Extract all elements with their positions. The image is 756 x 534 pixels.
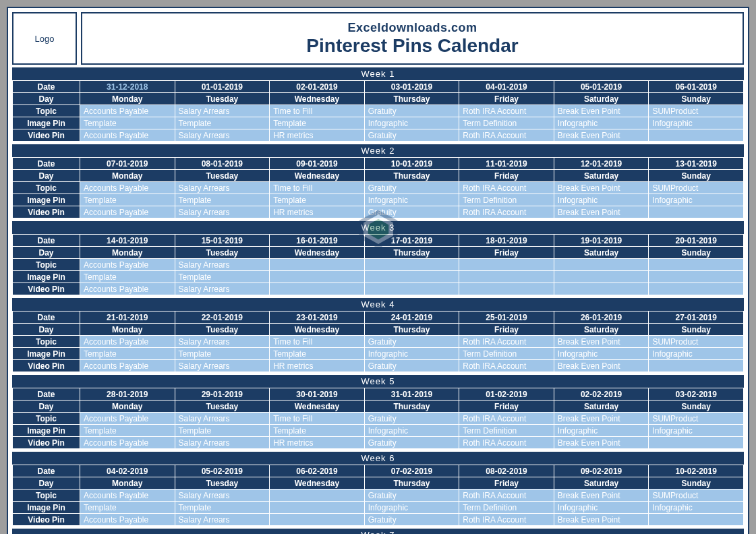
cell[interactable] bbox=[554, 283, 649, 295]
cell[interactable]: 11-01-2019 bbox=[459, 158, 554, 170]
cell[interactable]: 08-02-2019 bbox=[459, 465, 554, 477]
cell[interactable]: Monday bbox=[80, 324, 175, 336]
cell[interactable]: SUMProduct bbox=[649, 489, 744, 502]
cell[interactable]: Sunday bbox=[649, 93, 744, 105]
cell[interactable]: Infographic bbox=[649, 194, 744, 206]
cell[interactable]: Salary Arrears bbox=[175, 129, 270, 142]
cell[interactable]: Saturday bbox=[554, 400, 649, 413]
cell[interactable]: Accounts Payable bbox=[80, 360, 175, 372]
cell[interactable]: Template bbox=[175, 425, 270, 437]
cell[interactable]: 19-01-2019 bbox=[554, 235, 649, 247]
cell[interactable]: Template bbox=[270, 425, 365, 437]
cell[interactable]: Sunday bbox=[649, 477, 744, 489]
cell[interactable]: 02-02-2019 bbox=[554, 388, 649, 400]
cell[interactable]: 14-01-2019 bbox=[80, 235, 175, 247]
cell[interactable]: Gratuity bbox=[364, 129, 459, 142]
cell[interactable]: Wednesday bbox=[270, 324, 365, 336]
cell[interactable]: 05-01-2019 bbox=[554, 81, 649, 93]
cell[interactable]: Template bbox=[175, 502, 270, 514]
cell[interactable]: Roth IRA Account bbox=[459, 489, 554, 502]
cell[interactable]: HR metrics bbox=[270, 206, 365, 218]
cell[interactable]: Thursday bbox=[364, 324, 459, 336]
cell[interactable]: Accounts Payable bbox=[80, 514, 175, 526]
cell[interactable]: 31-01-2019 bbox=[364, 388, 459, 400]
cell[interactable]: Template bbox=[175, 117, 270, 129]
cell[interactable]: Wednesday bbox=[270, 247, 365, 259]
cell[interactable]: 30-01-2019 bbox=[270, 388, 365, 400]
cell[interactable]: Accounts Payable bbox=[80, 283, 175, 295]
cell[interactable]: Template bbox=[270, 348, 365, 360]
cell[interactable]: Template bbox=[270, 117, 365, 129]
cell[interactable]: 07-01-2019 bbox=[80, 158, 175, 170]
cell[interactable]: Time to Fill bbox=[270, 182, 365, 194]
cell[interactable]: Salary Arrears bbox=[175, 105, 270, 117]
cell[interactable]: Break Even Point bbox=[554, 336, 649, 348]
cell[interactable]: Accounts Payable bbox=[80, 336, 175, 348]
cell[interactable]: Roth IRA Account bbox=[459, 336, 554, 348]
cell[interactable]: Term Definition bbox=[459, 502, 554, 514]
cell[interactable]: Template bbox=[80, 117, 175, 129]
cell[interactable]: Gratuity bbox=[364, 360, 459, 372]
cell[interactable] bbox=[270, 514, 365, 526]
cell[interactable]: Wednesday bbox=[270, 477, 365, 489]
cell[interactable]: Accounts Payable bbox=[80, 105, 175, 117]
cell[interactable]: Saturday bbox=[554, 324, 649, 336]
cell[interactable]: Wednesday bbox=[270, 170, 365, 182]
cell[interactable]: 26-01-2019 bbox=[554, 312, 649, 324]
cell[interactable]: Break Even Point bbox=[554, 437, 649, 449]
cell[interactable] bbox=[270, 259, 365, 271]
cell[interactable]: Infographic bbox=[364, 425, 459, 437]
cell[interactable]: 27-01-2019 bbox=[649, 312, 744, 324]
cell[interactable]: Monday bbox=[80, 170, 175, 182]
cell[interactable]: Roth IRA Account bbox=[459, 129, 554, 142]
cell[interactable]: Sunday bbox=[649, 247, 744, 259]
cell[interactable]: Accounts Payable bbox=[80, 206, 175, 218]
cell[interactable] bbox=[554, 259, 649, 271]
cell[interactable]: Term Definition bbox=[459, 425, 554, 437]
cell[interactable]: Salary Arrears bbox=[175, 259, 270, 271]
cell[interactable]: 06-02-2019 bbox=[270, 465, 365, 477]
cell[interactable]: Friday bbox=[459, 324, 554, 336]
cell[interactable]: 02-01-2019 bbox=[270, 81, 365, 93]
cell[interactable]: Friday bbox=[459, 170, 554, 182]
cell[interactable]: 18-01-2019 bbox=[459, 235, 554, 247]
cell[interactable]: Salary Arrears bbox=[175, 489, 270, 502]
cell[interactable]: Saturday bbox=[554, 477, 649, 489]
cell[interactable]: HR metrics bbox=[270, 129, 365, 142]
cell[interactable]: Salary Arrears bbox=[175, 413, 270, 425]
cell[interactable]: Accounts Payable bbox=[80, 489, 175, 502]
cell[interactable]: 24-01-2019 bbox=[364, 312, 459, 324]
cell[interactable]: 13-01-2019 bbox=[649, 158, 744, 170]
cell[interactable]: Break Even Point bbox=[554, 182, 649, 194]
cell[interactable]: 09-01-2019 bbox=[270, 158, 365, 170]
cell[interactable]: Sunday bbox=[649, 400, 744, 413]
cell[interactable]: Time to Fill bbox=[270, 336, 365, 348]
cell[interactable]: 16-01-2019 bbox=[270, 235, 365, 247]
cell[interactable]: 31-12-2018 bbox=[80, 81, 175, 93]
cell[interactable] bbox=[364, 271, 459, 283]
cell[interactable]: 29-01-2019 bbox=[175, 388, 270, 400]
cell[interactable]: 01-02-2019 bbox=[459, 388, 554, 400]
cell[interactable]: 09-02-2019 bbox=[554, 465, 649, 477]
cell[interactable]: 03-02-2019 bbox=[649, 388, 744, 400]
cell[interactable]: Accounts Payable bbox=[80, 259, 175, 271]
cell[interactable]: Saturday bbox=[554, 93, 649, 105]
cell[interactable]: Infographic bbox=[364, 117, 459, 129]
cell[interactable]: 21-01-2019 bbox=[80, 312, 175, 324]
cell[interactable]: Break Even Point bbox=[554, 129, 649, 142]
cell[interactable]: Salary Arrears bbox=[175, 360, 270, 372]
cell[interactable]: Time to Fill bbox=[270, 105, 365, 117]
cell[interactable]: 06-01-2019 bbox=[649, 81, 744, 93]
cell[interactable]: Salary Arrears bbox=[175, 206, 270, 218]
cell[interactable]: Term Definition bbox=[459, 194, 554, 206]
cell[interactable] bbox=[649, 206, 744, 218]
cell[interactable]: Roth IRA Account bbox=[459, 182, 554, 194]
cell[interactable]: Infographic bbox=[554, 117, 649, 129]
cell[interactable] bbox=[364, 283, 459, 295]
cell[interactable]: Roth IRA Account bbox=[459, 360, 554, 372]
cell[interactable]: Roth IRA Account bbox=[459, 514, 554, 526]
cell[interactable]: Infographic bbox=[554, 425, 649, 437]
cell[interactable] bbox=[649, 437, 744, 449]
cell[interactable]: Template bbox=[175, 271, 270, 283]
cell[interactable]: 22-01-2019 bbox=[175, 312, 270, 324]
